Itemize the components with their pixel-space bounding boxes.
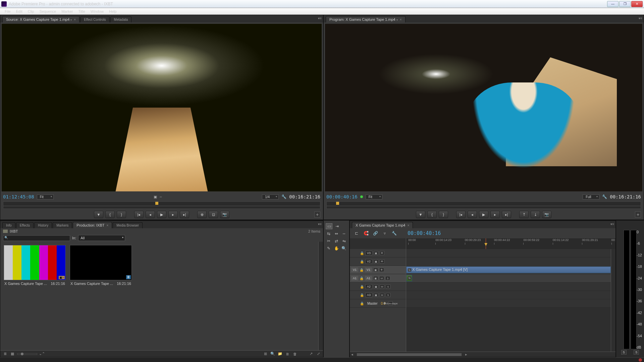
step-back-button[interactable]: ◂ bbox=[146, 211, 155, 218]
goto-in-button[interactable]: |◂ bbox=[456, 211, 466, 218]
toggle-output-icon[interactable]: ▣ bbox=[373, 268, 378, 272]
toggle-output-icon[interactable]: ▣ bbox=[374, 293, 378, 297]
solo-button[interactable]: S bbox=[385, 276, 390, 280]
add-marker-button[interactable]: ▼ bbox=[94, 211, 103, 218]
tab-media-browser[interactable]: Media Browser bbox=[113, 222, 143, 228]
track-lane-a1[interactable]: fx bbox=[406, 274, 611, 283]
lock-icon[interactable]: 🔒 bbox=[360, 251, 364, 255]
track-lane-v1[interactable]: fxX Games Capture Tape 1.mp4 [V] bbox=[406, 266, 611, 274]
lift-button[interactable]: ⤒ bbox=[519, 211, 529, 218]
timeline-h-scrollbar[interactable]: ◂▸ bbox=[350, 352, 615, 357]
panel-menu-icon[interactable]: ▾≡ bbox=[318, 16, 322, 20]
lock-icon[interactable]: 🔒 bbox=[360, 268, 364, 272]
export-frame-button[interactable]: 📷 bbox=[220, 211, 229, 218]
eye-icon[interactable]: 👁 bbox=[380, 259, 384, 263]
list-view-button[interactable]: ≣ bbox=[2, 352, 8, 356]
toggle-output-icon[interactable]: ▣ bbox=[374, 251, 378, 255]
mute-button[interactable]: M bbox=[380, 285, 384, 289]
panel-menu-icon[interactable]: ▾≡ bbox=[610, 222, 614, 226]
tab-effect-controls[interactable]: Effect Controls bbox=[80, 16, 109, 22]
timeline-ruler[interactable]: 00:00 00:00:14:23 00:00:29:23 00:00:44:2… bbox=[406, 238, 615, 249]
lock-icon[interactable]: 🔒 bbox=[360, 285, 364, 289]
sort-icon[interactable]: ⌄⌃ bbox=[39, 352, 45, 356]
tab-markers[interactable]: Markers bbox=[53, 222, 72, 228]
rate-stretch-tool[interactable]: ↔ bbox=[341, 231, 347, 237]
lock-icon[interactable]: 🔒 bbox=[360, 302, 364, 305]
lock-icon[interactable]: 🔒 bbox=[360, 293, 364, 297]
menu-edit[interactable]: Edit bbox=[13, 9, 25, 14]
export-frame-button[interactable]: 📷 bbox=[542, 211, 551, 218]
drag-audio-icon[interactable]: ⎓ bbox=[160, 195, 162, 199]
rolling-tool[interactable]: ⇔ bbox=[333, 231, 340, 237]
mute-button[interactable]: M bbox=[380, 293, 384, 297]
menu-marker[interactable]: Marker bbox=[59, 9, 75, 14]
nest-icon[interactable]: ⊏ bbox=[353, 230, 360, 236]
menu-window[interactable]: Window bbox=[88, 9, 106, 14]
menu-title[interactable]: Title bbox=[75, 9, 88, 14]
project-clip[interactable]: ▣⎓ X Games Capture Tape ...16:21:16 bbox=[4, 245, 66, 287]
mark-out-button[interactable]: } bbox=[117, 211, 126, 218]
track-lane-v2[interactable] bbox=[406, 257, 611, 266]
project-clip[interactable]: ≣ X Games Capture Tape ...16:21:16 bbox=[70, 245, 132, 287]
timeline-v-scrollbar[interactable] bbox=[611, 249, 615, 352]
new-bin-button[interactable]: 📁 bbox=[277, 352, 283, 356]
track-a1[interactable]: A1 bbox=[365, 276, 372, 281]
pen-tool[interactable]: ✎ bbox=[326, 245, 332, 251]
zoom-tool[interactable]: 🔍 bbox=[341, 245, 347, 251]
filter-select[interactable]: All bbox=[78, 235, 125, 241]
program-video[interactable] bbox=[325, 24, 642, 191]
misc-icon[interactable]: ⤢ bbox=[316, 352, 321, 356]
automate-icon[interactable]: ⊞ bbox=[263, 352, 268, 356]
maximize-button[interactable]: ❐ bbox=[619, 1, 631, 7]
slide-tool[interactable]: ⇋ bbox=[341, 238, 347, 244]
step-fwd-button[interactable]: ▸ bbox=[490, 211, 500, 218]
track-select-tool[interactable]: ⇥ bbox=[334, 223, 340, 229]
menu-clip[interactable]: Clip bbox=[25, 9, 37, 14]
program-fit-select[interactable]: Fit bbox=[366, 194, 382, 199]
expand-icon[interactable]: �videotape bbox=[388, 301, 393, 305]
timeline-clip-video[interactable]: fxX Games Capture Tape 1.mp4 [V] bbox=[406, 266, 611, 273]
settings-icon[interactable]: 🔧 bbox=[602, 194, 607, 199]
toggle-output-icon[interactable]: ▣ bbox=[374, 259, 378, 263]
lock-icon[interactable]: 🔒 bbox=[360, 277, 364, 280]
button-editor[interactable]: + bbox=[314, 212, 320, 218]
track-lane-v3[interactable] bbox=[406, 249, 611, 257]
track-lane-master[interactable] bbox=[406, 299, 611, 308]
track-v3[interactable]: V3 bbox=[365, 251, 372, 255]
goto-in-button[interactable]: |◂ bbox=[134, 211, 144, 218]
minimize-button[interactable]: — bbox=[607, 1, 619, 7]
button-editor[interactable]: + bbox=[635, 212, 641, 218]
mark-out-button[interactable]: } bbox=[439, 211, 448, 218]
delete-button[interactable]: 🗑 bbox=[292, 352, 298, 356]
razor-tool[interactable]: ✂ bbox=[326, 238, 332, 244]
track-v1[interactable]: V1 bbox=[365, 267, 372, 272]
tab-program[interactable]: Program: X Games Capture Tape 1.mp4▾× bbox=[326, 16, 406, 22]
tab-production[interactable]: Production: IXBT× bbox=[73, 222, 112, 228]
source-video[interactable] bbox=[2, 24, 322, 191]
project-scrollbar[interactable] bbox=[318, 242, 323, 350]
solo-left-button[interactable]: S bbox=[621, 350, 627, 355]
program-timecode-in[interactable]: 00:00:40:16 bbox=[326, 194, 358, 199]
solo-button[interactable]: S bbox=[386, 285, 390, 289]
track-v2[interactable]: V2 bbox=[365, 259, 372, 264]
tab-info[interactable]: Info bbox=[2, 222, 15, 228]
search-input[interactable] bbox=[3, 235, 70, 241]
track-lane-a3[interactable] bbox=[406, 291, 611, 299]
play-button[interactable]: ▶ bbox=[479, 211, 488, 218]
settings-icon[interactable]: 🔧 bbox=[281, 194, 286, 199]
source-zoom-select[interactable]: 1/4 bbox=[262, 194, 279, 199]
misc-icon[interactable]: ↗ bbox=[308, 352, 314, 356]
tab-metadata[interactable]: Metadata bbox=[110, 16, 132, 22]
step-back-button[interactable]: ◂ bbox=[468, 211, 477, 218]
hand-tool[interactable]: ✋ bbox=[333, 245, 340, 251]
goto-out-button[interactable]: ▸| bbox=[180, 211, 189, 218]
timeline-clip-audio[interactable]: fx bbox=[406, 275, 412, 282]
eye-icon[interactable]: 👁 bbox=[380, 251, 384, 255]
markers-button[interactable]: ▿ bbox=[381, 230, 388, 236]
source-scrubber[interactable] bbox=[3, 201, 320, 209]
tab-source[interactable]: Source: X Games Capture Tape 1.mp4▾× bbox=[2, 16, 79, 22]
program-scrubber[interactable] bbox=[326, 201, 641, 209]
insert-button[interactable]: ⊕ bbox=[197, 211, 207, 218]
source-timecode-in[interactable]: 01:12:45:08 bbox=[3, 194, 34, 199]
program-zoom-select[interactable]: Full bbox=[583, 194, 599, 199]
